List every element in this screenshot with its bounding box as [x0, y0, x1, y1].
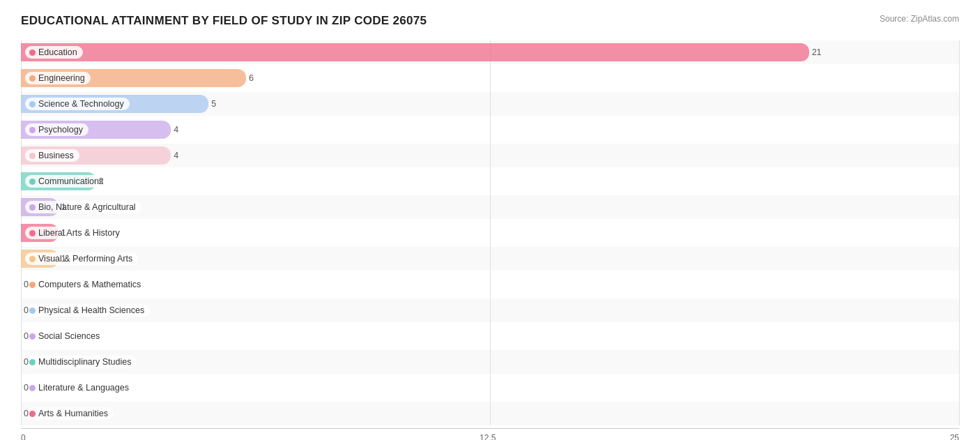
bar-label-text: Physical & Health Sciences [38, 305, 144, 315]
bar-dot [29, 256, 36, 262]
bar-label: Engineering [25, 72, 91, 84]
bar-label-text: Liberal Arts & History [38, 228, 120, 238]
bar-value: 2 [99, 176, 104, 186]
bar-dot [29, 359, 36, 365]
bar-dot [29, 308, 36, 314]
bar-label-text: Education [38, 47, 77, 57]
bar-label: Psychology [25, 123, 89, 136]
bar-label-text: Literature & Languages [38, 383, 129, 393]
bar-label-text: Arts & Humanities [38, 409, 108, 418]
bar-value: 0 [24, 409, 29, 418]
bar-label-text: Visual & Performing Arts [38, 254, 132, 264]
bar-label-text: Multidisciplinary Studies [38, 357, 131, 367]
x-axis-label: 12.5 [480, 433, 496, 440]
source-text: Source: ZipAtlas.com [880, 14, 959, 24]
chart-area: Education21Engineering6Science & Technol… [21, 40, 959, 440]
bar-label-text: Communications [38, 176, 103, 186]
bar-dot [29, 153, 36, 159]
chart-title: EDUCATIONAL ATTAINMENT BY FIELD OF STUDY… [21, 14, 427, 28]
bar-dot [29, 50, 36, 56]
bar-dot [29, 179, 36, 185]
bar-label: Arts & Humanities [25, 407, 114, 420]
bar-value: 0 [24, 357, 29, 367]
bar-value: 0 [24, 331, 29, 341]
x-axis: 012.525 [21, 428, 959, 440]
bar-dot [29, 333, 36, 340]
bar-label: Communications [25, 175, 109, 188]
bar-value: 6 [249, 73, 254, 83]
bar-value: 0 [24, 383, 29, 393]
grid-container: Education21Engineering6Science & Technol… [21, 40, 959, 425]
bar-row: Education21 [21, 40, 959, 64]
bar-dot [29, 282, 36, 288]
bar-value: 4 [174, 151, 178, 160]
bar-label-text: Computers & Mathematics [38, 280, 141, 289]
bar-label: Liberal Arts & History [25, 227, 125, 239]
bar-label: Education [25, 46, 83, 59]
grid-line [959, 40, 960, 425]
bar-label: Computers & Mathematics [25, 278, 146, 291]
bar-dot [29, 75, 36, 82]
bar-label-text: Science & Technology [38, 99, 124, 109]
bar-dot [29, 101, 36, 107]
bar-label-text: Bio, Nature & Agricultural [38, 202, 136, 212]
bar-value: 1 [61, 254, 66, 264]
grid-line [490, 40, 491, 425]
bar-value: 4 [174, 125, 178, 135]
bar-dot [29, 204, 36, 211]
bar-value: 21 [812, 47, 822, 57]
bar-dot [29, 127, 36, 133]
bar-label: Science & Technology [25, 98, 130, 110]
bar-dot [29, 411, 36, 417]
bar-dot [29, 385, 36, 391]
bar-label: Multidisciplinary Studies [25, 356, 137, 368]
bar-label-text: Social Sciences [38, 331, 100, 341]
bar-track [21, 43, 809, 61]
bar-value: 0 [24, 280, 29, 289]
bar-label: Business [25, 149, 79, 162]
bar-value: 1 [61, 228, 66, 238]
x-axis-label: 25 [950, 433, 959, 440]
bar-label: Visual & Performing Arts [25, 252, 138, 265]
bar-label-text: Business [38, 151, 74, 160]
bar-dot [29, 230, 36, 236]
bar-value: 5 [211, 99, 216, 109]
x-axis-label: 0 [21, 433, 26, 440]
bar-value: 0 [24, 305, 29, 315]
bar-label-text: Engineering [38, 73, 85, 83]
bar-label: Physical & Health Sciences [25, 304, 150, 317]
bar-label: Literature & Languages [25, 381, 135, 394]
bar-label: Bio, Nature & Agricultural [25, 201, 141, 213]
bar-label: Social Sciences [25, 330, 105, 342]
bar-label-text: Psychology [38, 125, 83, 135]
bar-value: 1 [61, 202, 66, 212]
